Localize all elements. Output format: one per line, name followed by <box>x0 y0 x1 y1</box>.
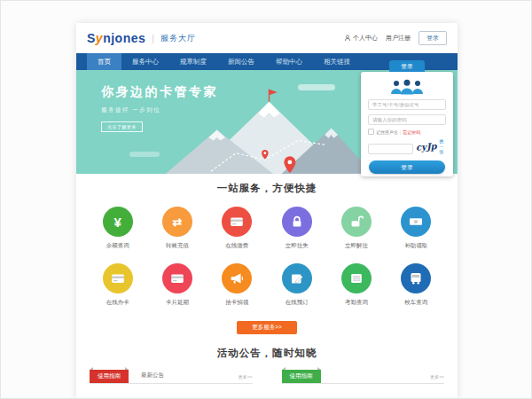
list-icon <box>341 263 372 293</box>
logo: Synjones <box>87 31 145 45</box>
service-label: 考勤查询 <box>326 299 386 307</box>
screenshot-canvas: Synjones | 服务大厅 个人中心 用户注册 登录 首页服务中心规章制度新… <box>0 0 532 399</box>
right-panel: 使用指南 更多>> <box>282 368 445 384</box>
megaphone-icon <box>222 263 252 293</box>
cloud-shape <box>129 152 160 157</box>
unlock-icon <box>341 207 372 237</box>
service-label: 校车查询 <box>387 299 446 307</box>
logo-divider: | <box>152 34 154 43</box>
service-item-1[interactable]: ⇄转账充值 <box>147 207 207 250</box>
latest-news-tab[interactable]: 最新公告 <box>141 372 164 379</box>
left-more-link[interactable]: 更多>> <box>239 374 253 379</box>
service-item-0[interactable]: ¥余额查询 <box>88 207 147 250</box>
service-label: 补助领取 <box>387 242 446 250</box>
forgot-password-link[interactable]: 忘记密码 <box>403 129 420 135</box>
service-label: 在线预订 <box>267 299 326 307</box>
guide-tab-left[interactable]: 使用指南 <box>90 370 129 383</box>
card-icon <box>162 263 192 293</box>
service-item-10[interactable]: 考勤查询 <box>326 263 386 307</box>
service-item-4[interactable]: 立即解挂 <box>326 207 386 250</box>
hero-subtitle: 服务捷径 一步到位 <box>101 106 218 114</box>
card-icon <box>222 207 252 237</box>
login-submit-button[interactable]: 登录 <box>369 160 445 174</box>
announcements-title: 活动公告，随时知晓 <box>76 347 458 360</box>
announcements-section: 活动公告，随时知晓 使用指南 最新公告 更多>> 使用指南 更多>> <box>76 347 458 384</box>
service-label: 立即挂失 <box>267 242 326 250</box>
services-grid: ¥余额查询⇄转账充值在线缴费立即挂失立即解挂补助领取在线办卡卡片延期拾卡招领在线… <box>88 207 446 307</box>
register-label: 用户注册 <box>386 34 411 43</box>
service-item-8[interactable]: 拾卡招领 <box>207 263 267 307</box>
service-label: 立即解挂 <box>326 242 386 250</box>
service-item-9[interactable]: 在线预订 <box>267 263 326 307</box>
personal-center-label: 个人中心 <box>353 34 378 43</box>
header-login-button[interactable]: 登录 <box>419 31 447 45</box>
card-icon <box>103 263 133 293</box>
site-header: Synjones | 服务大厅 个人中心 用户注册 登录 <box>76 23 458 53</box>
service-item-11[interactable]: 校车查询 <box>387 263 446 307</box>
nav-item-5[interactable]: 相关链接 <box>313 53 361 70</box>
service-item-3[interactable]: 立即挂失 <box>267 207 326 250</box>
nav-item-2[interactable]: 规章制度 <box>169 53 217 70</box>
service-item-2[interactable]: 在线缴费 <box>207 207 267 250</box>
hero-title: 你身边的卡管专家 <box>101 84 218 100</box>
service-label: 拾卡招领 <box>207 299 267 307</box>
captcha-refresh-link[interactable]: 换一张 <box>439 138 446 154</box>
lock-icon <box>282 207 312 237</box>
remember-label: 记住用户名 <box>376 129 398 135</box>
service-label: 余额查询 <box>88 242 147 250</box>
site-title: 服务大厅 <box>160 33 196 44</box>
yen-icon: ¥ <box>103 207 133 237</box>
webpage: Synjones | 服务大厅 个人中心 用户注册 登录 首页服务中心规章制度新… <box>76 23 458 399</box>
hero-copy: 你身边的卡管专家 服务捷径 一步到位 点击了解更多 <box>101 84 218 132</box>
users-icon <box>368 79 446 95</box>
service-label: 在线缴费 <box>207 242 267 250</box>
service-label: 卡片延期 <box>147 299 207 307</box>
captcha-image[interactable]: cyJp <box>415 141 436 153</box>
service-label: 转账充值 <box>147 242 207 250</box>
header-links: 个人中心 用户注册 登录 <box>344 31 447 45</box>
service-label: 在线办卡 <box>88 299 147 307</box>
hero-cta-button[interactable]: 点击了解更多 <box>101 121 143 132</box>
service-item-7[interactable]: 卡片延期 <box>147 263 207 307</box>
service-item-6[interactable]: 在线办卡 <box>88 263 147 307</box>
announcement-panels: 使用指南 最新公告 更多>> 使用指南 更多>> <box>76 368 458 384</box>
nav-item-1[interactable]: 服务中心 <box>121 53 169 70</box>
right-more-link[interactable]: 更多>> <box>430 374 444 379</box>
login-panel: 登录 记住用户名 | 忘记密码 cyJp 换一张 登录 <box>361 72 453 176</box>
logo-text: S <box>87 31 96 45</box>
banknote-icon <box>401 207 431 237</box>
nav-item-4[interactable]: 帮助中心 <box>265 53 313 70</box>
more-services-button[interactable]: 更多服务>> <box>237 321 297 334</box>
services-title: 一站服务，方便快捷 <box>76 182 458 195</box>
nav-item-0[interactable]: 首页 <box>87 53 121 70</box>
captcha-input[interactable] <box>368 144 413 154</box>
transfer-icon: ⇄ <box>162 207 192 237</box>
services-section: 一站服务，方便快捷 ¥余额查询⇄转账充值在线缴费立即挂失立即解挂补助领取在线办卡… <box>76 174 458 334</box>
password-input[interactable] <box>368 114 446 125</box>
bus-icon <box>401 263 431 293</box>
login-tab[interactable]: 登录 <box>389 60 425 72</box>
service-item-5[interactable]: 补助领取 <box>387 207 446 250</box>
left-panel: 使用指南 最新公告 更多>> <box>90 368 253 384</box>
nav-item-3[interactable]: 新闻公告 <box>217 53 265 70</box>
remember-row: 记住用户名 | 忘记密码 <box>368 129 446 135</box>
edit-icon <box>282 263 312 293</box>
username-input[interactable] <box>368 99 446 110</box>
user-icon <box>344 35 351 42</box>
remember-checkbox[interactable] <box>368 129 374 135</box>
divider: | <box>400 129 401 135</box>
personal-center-link[interactable]: 个人中心 <box>344 34 378 43</box>
logo-accent: y <box>96 31 103 45</box>
logo-text-suffix: njones <box>103 31 145 45</box>
register-link[interactable]: 用户注册 <box>386 34 411 43</box>
guide-tab-right[interactable]: 使用指南 <box>282 370 321 383</box>
captcha-row: cyJp 换一张 <box>368 138 446 154</box>
